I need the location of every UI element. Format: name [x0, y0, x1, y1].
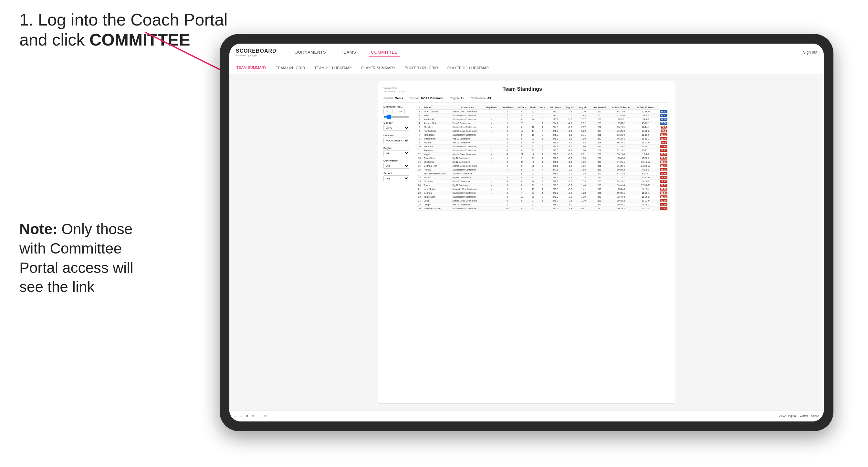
slider-container: [383, 115, 412, 118]
toolbar-icon-6[interactable]: ⊙: [264, 414, 266, 417]
table-row: 1 North Carolina Atlantic Coast Conferen…: [416, 110, 670, 114]
table-row: 22 Georgia Southeastern Conference - 8 7…: [416, 191, 670, 195]
col-wins: Wins: [538, 105, 547, 110]
school-select[interactable]: (All): [383, 175, 409, 181]
tablet-screen: SCOREBOARD Powered by clippd TOURNAMENTS…: [229, 43, 824, 422]
table-row: 11 Arkansas Southeastern Conference - 6 …: [416, 149, 670, 152]
logo-sub: Powered by clippd: [236, 54, 277, 57]
col-school: School: [422, 105, 451, 110]
subnav-team-summary[interactable]: TEAM SUMMARY: [236, 64, 267, 71]
conference-filter-section: Conference (All): [383, 159, 412, 168]
school-filter-section: School (All): [383, 172, 412, 181]
table-row: 10 Alabama Southeastern Conference - 5 6…: [416, 145, 670, 149]
region-select[interactable]: N/A All: [383, 150, 409, 156]
filter-row: Gender: Men's Division: NCAA Division I …: [383, 97, 670, 103]
col-rnds: Rnds: [528, 105, 538, 110]
region-filter-section: Region N/A All: [383, 147, 412, 156]
conference-filter-display: Conference: All: [471, 97, 491, 100]
table-row: 17 East Tennessee State Southern Confere…: [416, 172, 670, 176]
subnav-player-summary[interactable]: PLAYER SUMMARY: [361, 65, 396, 71]
division-select[interactable]: NCAA Division I NCAA Division II: [383, 137, 409, 144]
min-rounds-slider[interactable]: [383, 116, 409, 118]
subnav-player-h2h-heatmap[interactable]: PLAYER H2H HEATMAP: [447, 65, 489, 71]
logo-title: SCOREBOARD: [236, 48, 277, 54]
gender-select[interactable]: Men's Women's: [383, 125, 409, 131]
col-reg-rank: Reg Rank: [484, 105, 499, 110]
table-header-row: # School Conference Reg Rank Conf Rank N…: [416, 105, 670, 110]
scoreboard-logo: SCOREBOARD Powered by clippd: [236, 48, 277, 57]
sign-out-button[interactable]: Sign out: [798, 50, 817, 55]
bottom-toolbar: ⬅ ➡ ↺ ⊕ ⋯ ⊙ View: Original Watch Share: [229, 410, 824, 422]
table-row: 18 Illinois Big Ten Conference - 1 8 23 …: [416, 176, 670, 180]
gender-filter-section: Gender Men's Women's: [383, 121, 412, 131]
col-rank: #: [416, 105, 422, 110]
table-row: 5 Ole Miss Southeastern Conference - 3 6…: [416, 125, 670, 129]
subnav-team-h2h-heatmap[interactable]: TEAM H2H HEATMAP: [314, 65, 352, 71]
division-filter-display: Division: NCAA Division I: [409, 97, 443, 100]
table-row: 21 New Mexico Mountain West Conference -…: [416, 187, 670, 191]
col-vs-top25: Vs Top 25 Record: [608, 105, 633, 110]
conference-select[interactable]: (All): [383, 163, 409, 168]
panel-header: Update time: 27/03/2024 16:56:26 Team St…: [383, 86, 670, 93]
left-filters: Minimum Rou... – Gender: [383, 105, 412, 211]
col-avg-rd: Avg. Rd.: [577, 105, 590, 110]
watch-button[interactable]: Watch: [800, 414, 808, 417]
min-rounds-max[interactable]: [396, 109, 405, 114]
panel-title: Team Standings: [407, 86, 637, 92]
main-nav: TOURNAMENTS TEAMS COMMITTEE: [289, 49, 798, 57]
table-row: 9 Arizona Pac-12 Conference - 3 8 24 4 2…: [416, 141, 670, 145]
note-area: Note: Only those with Committee Portal a…: [20, 220, 155, 297]
table-row: 16 Florida Southeastern Conference - 7 9…: [416, 168, 670, 172]
toolbar-left: ⬅ ➡ ↺ ⊕ ⋯ ⊙: [234, 414, 266, 417]
table-row: 7 Tennessee Southeastern Conference - 4 …: [416, 133, 670, 137]
main-content: Update time: 27/03/2024 16:56:26 Team St…: [229, 74, 824, 410]
table-row: 20 Texas Big 12 Conference - 3 8 27 8 27…: [416, 183, 670, 187]
data-table: # School Conference Reg Rank Conf Rank N…: [416, 105, 670, 211]
table-row: 8 Washington Pac-12 Conference - 2 8 23 …: [416, 137, 670, 141]
col-avg-sg: Avg. SG: [563, 105, 577, 110]
table-container: Minimum Rou... – Gender: [383, 105, 670, 211]
table-row: 6 Florida State Atlantic Coast Conferenc…: [416, 129, 670, 133]
nav-tournaments[interactable]: TOURNAMENTS: [289, 49, 329, 57]
standings-panel: Update time: 27/03/2024 16:56:26 Team St…: [378, 81, 675, 404]
col-vs-top50: Vs Top 50 Points: [633, 105, 658, 110]
table-row: 15 Georgia Tech Atlantic Coast Conferenc…: [416, 164, 670, 168]
standings-table: # School Conference Reg Rank Conf Rank N…: [416, 105, 670, 211]
table-row: 19 California Pac-12 Conference - 4 8 24…: [416, 180, 670, 183]
nav-teams[interactable]: TEAMS: [338, 49, 359, 57]
toolbar-icon-2[interactable]: ➡: [240, 414, 243, 417]
min-rounds-filter: Minimum Rou... –: [383, 105, 412, 118]
app-header: SCOREBOARD Powered by clippd TOURNAMENTS…: [229, 43, 824, 61]
note-text: Note: Only those with Committee Portal a…: [20, 220, 155, 297]
gender-filter-display: Gender: Men's: [383, 97, 403, 100]
tablet-frame: SCOREBOARD Powered by clippd TOURNAMENTS…: [220, 34, 833, 431]
sub-nav: TEAM SUMMARY TEAM H2H GRID TEAM H2H HEAT…: [229, 61, 824, 74]
col-adj-score: Adj. Score: [547, 105, 563, 110]
table-row: 26 Mississippi State Southeastern Confer…: [416, 207, 670, 211]
nav-committee[interactable]: COMMITTEE: [369, 49, 401, 57]
col-no-tour: No Tour: [515, 105, 528, 110]
toolbar-icon-1[interactable]: ⬅: [234, 414, 237, 417]
subnav-team-h2h-grid[interactable]: TEAM H2H GRID: [275, 65, 306, 71]
share-button[interactable]: Share: [811, 414, 819, 417]
toolbar-icon-3[interactable]: ↺: [246, 414, 248, 417]
division-filter-section: Division NCAA Division I NCAA Division I…: [383, 134, 412, 144]
table-row: 14 Oklahoma Big 12 Conference - 2 24 2 1…: [416, 160, 670, 164]
table-row: 4 Arizona State Pac-12 Conference - 1 26…: [416, 121, 670, 125]
update-time: Update time: 27/03/2024 16:56:26: [383, 86, 407, 93]
min-rounds-range: –: [383, 109, 412, 114]
col-conference: Conference: [451, 105, 484, 110]
toolbar-right: View: Original Watch Share: [778, 414, 819, 417]
col-conf-rank: Conf Rank: [499, 105, 515, 110]
view-original-button[interactable]: View: Original: [778, 414, 796, 417]
col-low: Low Overall: [590, 105, 608, 110]
table-row: 13 Texas Tech Big 12 Conference - 1 9 27…: [416, 156, 670, 160]
table-row: 3 Vanderbilt Southeastern Conference - 2…: [416, 118, 670, 121]
toolbar-icon-5[interactable]: ⋯: [257, 414, 260, 417]
subnav-player-h2h-grid[interactable]: PLAYER H2H GRID: [404, 65, 439, 71]
table-row: 23 Texas A&M Southeastern Conference - 9…: [416, 195, 670, 199]
min-rounds-min[interactable]: [383, 109, 393, 114]
table-row: 25 Oregon Pac-12 Conference - 5 7 21 0 2…: [416, 203, 670, 207]
table-row: 24 Duke Atlantic Coast Conference - 5 9 …: [416, 199, 670, 203]
toolbar-icon-4[interactable]: ⊕: [252, 414, 254, 417]
